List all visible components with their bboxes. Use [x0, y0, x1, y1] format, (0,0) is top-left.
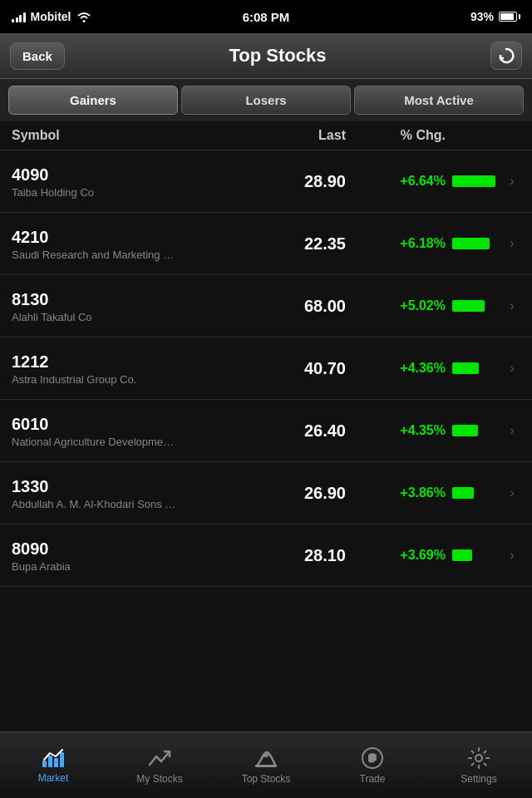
stock-symbol: 1330: [12, 476, 263, 496]
stock-symbol-name: 4090 Taiba Holding Co: [12, 165, 263, 199]
stock-symbol-name: 6010 National Agriculture Development C: [12, 414, 263, 448]
tab-bar: Market My Stocks Top Stocks Trade Settin…: [0, 732, 532, 798]
stock-bar: [446, 425, 504, 436]
svg-rect-2: [54, 758, 58, 767]
tab-my-stocks-label: My Stocks: [136, 773, 182, 785]
stock-last: 28.10: [263, 546, 346, 565]
stock-chg: +6.64%: [346, 174, 446, 189]
stock-row[interactable]: 6010 National Agriculture Development C …: [0, 400, 532, 462]
stock-bar: [446, 300, 504, 312]
stock-name: Abdullah A. M. Al-Khodari Sons Cor: [12, 498, 178, 510]
battery-percent: 93%: [470, 10, 494, 23]
stock-last: 40.70: [263, 359, 346, 378]
stock-symbol-name: 1330 Abdullah A. M. Al-Khodari Sons Cor: [12, 476, 263, 510]
status-time: 6:08 PM: [243, 10, 290, 24]
tab-market-label: Market: [38, 772, 69, 784]
stock-symbol-name: 1212 Astra Industrial Group Co.: [12, 352, 263, 386]
stock-bar: [446, 238, 504, 249]
svg-point-4: [264, 752, 268, 757]
stock-chg: +3.86%: [346, 485, 446, 500]
stock-row[interactable]: 1330 Abdullah A. M. Al-Khodari Sons Cor …: [0, 462, 532, 525]
tab-settings-label: Settings: [461, 773, 496, 785]
stock-chg: +6.18%: [346, 236, 446, 251]
tab-trade-label: Trade: [360, 773, 386, 785]
stock-symbol: 8090: [12, 539, 263, 559]
segment-control: Gainers Losers Most Active: [0, 79, 532, 121]
stock-name: Saudi Research and Marketing Grou: [12, 249, 178, 261]
signal-icon: [12, 11, 26, 22]
top-stocks-icon: [254, 746, 278, 770]
stock-bar: [446, 487, 504, 499]
chevron-right-icon: ›: [504, 174, 520, 189]
stock-symbol: 1212: [12, 352, 263, 372]
header-last: Last: [263, 128, 346, 143]
svg-rect-0: [42, 761, 47, 767]
stock-row[interactable]: 4210 Saudi Research and Marketing Grou 2…: [0, 213, 532, 275]
stock-row[interactable]: 4090 Taiba Holding Co 28.90 +6.64% ›: [0, 150, 532, 213]
page-title: Top Stocks: [229, 45, 326, 66]
tab-gainers[interactable]: Gainers: [8, 86, 178, 115]
stock-last: 68.00: [263, 297, 346, 316]
stock-row[interactable]: 8090 Bupa Arabia 28.10 +3.69% ›: [0, 525, 532, 587]
svg-rect-3: [60, 752, 64, 767]
stock-list: 4090 Taiba Holding Co 28.90 +6.64% › 421…: [0, 150, 532, 587]
tab-market[interactable]: Market: [0, 732, 106, 798]
svg-rect-1: [48, 756, 52, 767]
stock-chg: +3.69%: [346, 548, 446, 563]
stock-symbol-name: 8090 Bupa Arabia: [12, 539, 263, 573]
tab-top-stocks[interactable]: Top Stocks: [213, 732, 319, 798]
stock-symbol-name: 4210 Saudi Research and Marketing Grou: [12, 227, 263, 261]
stock-symbol: 6010: [12, 414, 263, 434]
tab-settings[interactable]: Settings: [426, 732, 532, 798]
chevron-right-icon: ›: [504, 236, 520, 251]
stock-name: National Agriculture Development C: [12, 436, 178, 448]
stock-symbol-name: 8130 Alahli Takaful Co: [12, 289, 263, 323]
nav-bar: Back Top Stocks: [0, 33, 532, 79]
chevron-right-icon: ›: [504, 548, 520, 563]
market-icon: [41, 747, 66, 769]
carrier-label: Mobitel: [31, 10, 71, 23]
wifi-icon: [76, 11, 91, 22]
stock-last: 26.40: [263, 421, 346, 441]
stock-bar: [446, 175, 504, 187]
stock-name: Taiba Holding Co: [12, 186, 178, 199]
chevron-right-icon: ›: [504, 298, 520, 313]
chevron-right-icon: ›: [504, 485, 520, 500]
stock-bar: [446, 362, 504, 374]
refresh-button[interactable]: [490, 42, 522, 70]
table-header: Symbol Last % Chg.: [0, 121, 532, 150]
header-chg: % Chg.: [346, 128, 446, 143]
tab-top-stocks-label: Top Stocks: [242, 773, 291, 785]
back-button[interactable]: Back: [10, 42, 65, 70]
stock-name: Astra Industrial Group Co.: [12, 373, 178, 386]
settings-icon: [467, 746, 490, 770]
my-stocks-icon: [148, 746, 171, 770]
header-symbol: Symbol: [12, 128, 263, 143]
stock-row[interactable]: 1212 Astra Industrial Group Co. 40.70 +4…: [0, 337, 532, 400]
stock-chg: +5.02%: [346, 298, 446, 313]
stock-last: 22.35: [263, 234, 346, 254]
stock-last: 28.90: [263, 172, 346, 191]
battery-icon: [499, 12, 520, 22]
stock-bar: [446, 549, 504, 561]
svg-point-7: [475, 755, 482, 761]
status-left: Mobitel: [12, 10, 91, 23]
stock-last: 26.90: [263, 484, 346, 503]
stock-chg: +4.35%: [346, 423, 446, 438]
stock-symbol: 8130: [12, 289, 263, 309]
chevron-right-icon: ›: [504, 361, 520, 376]
trade-icon: [361, 746, 384, 770]
svg-rect-5: [255, 765, 277, 767]
chevron-right-icon: ›: [504, 423, 520, 438]
stock-row[interactable]: 8130 Alahli Takaful Co 68.00 +5.02% ›: [0, 275, 532, 337]
stock-symbol: 4210: [12, 227, 263, 247]
stock-name: Alahli Takaful Co: [12, 311, 178, 323]
tab-losers[interactable]: Losers: [181, 86, 351, 115]
stock-name: Bupa Arabia: [12, 560, 178, 573]
tab-my-stocks[interactable]: My Stocks: [106, 732, 213, 798]
status-bar: Mobitel 6:08 PM 93%: [0, 0, 532, 33]
status-right: 93%: [470, 10, 520, 23]
tab-most-active[interactable]: Most Active: [354, 86, 524, 115]
stock-symbol: 4090: [12, 165, 263, 185]
tab-trade[interactable]: Trade: [319, 732, 426, 798]
